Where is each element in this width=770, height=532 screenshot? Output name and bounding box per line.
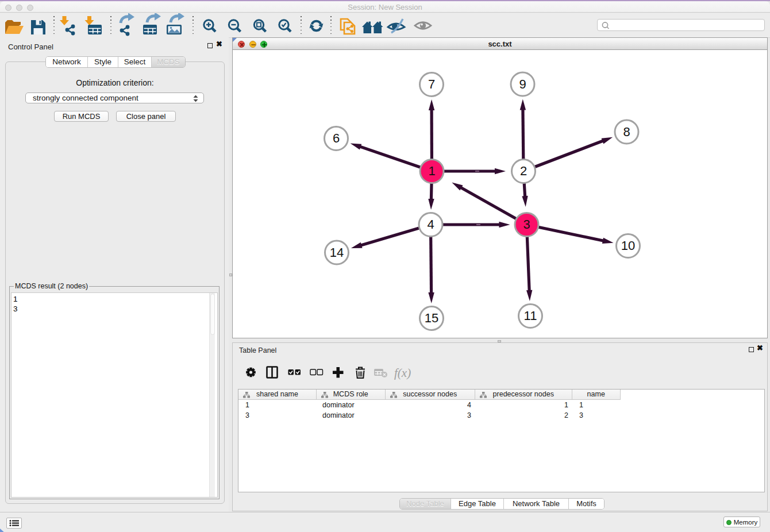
svg-text:11: 11	[524, 309, 537, 323]
svg-text:15: 15	[425, 311, 438, 325]
svg-text:8: 8	[623, 124, 630, 138]
svg-text:3: 3	[523, 217, 530, 232]
svg-text:4: 4	[427, 217, 434, 232]
svg-text:2: 2	[520, 164, 527, 178]
svg-text:7: 7	[428, 77, 435, 91]
svg-text:1: 1	[428, 164, 435, 178]
svg-text:f(x): f(x)	[394, 366, 411, 380]
svg-text:14: 14	[330, 245, 344, 259]
svg-text:6: 6	[333, 131, 340, 145]
svg-text:10: 10	[621, 238, 635, 253]
svg-text:9: 9	[519, 76, 526, 91]
